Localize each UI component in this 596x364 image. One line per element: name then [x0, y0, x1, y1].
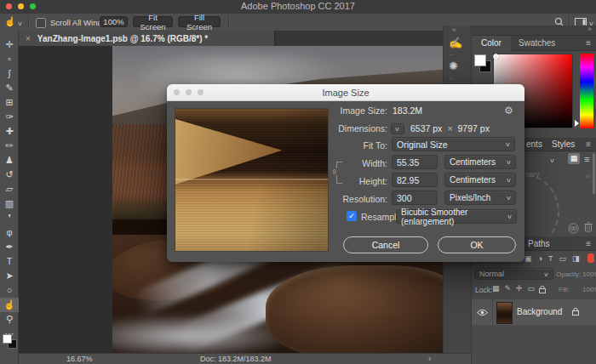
- image-size-label: Image Size:: [324, 104, 387, 118]
- filter-pixel-layers-icon[interactable]: ▣: [524, 254, 532, 263]
- lasso-tool[interactable]: ʃ: [0, 66, 19, 81]
- eyedropper-tool[interactable]: ✑: [0, 110, 19, 124]
- dodge-tool[interactable]: φ: [0, 225, 19, 240]
- scroll-all-windows-checkbox[interactable]: [36, 18, 46, 28]
- grid-view-button[interactable]: ▦: [568, 153, 580, 164]
- filter-shape-layers-icon[interactable]: ▭: [559, 254, 566, 263]
- panel-menu-icon[interactable]: ≡: [586, 236, 591, 251]
- blur-tool[interactable]: ❜: [0, 211, 19, 225]
- resample-dropdown[interactable]: Bicubic Smoother (enlargement) ∨: [396, 209, 517, 224]
- hue-strip[interactable]: [580, 54, 593, 128]
- zoom-level[interactable]: 16.67%: [66, 355, 93, 363]
- layer-thumbnail[interactable]: [496, 302, 513, 324]
- fit-to-dropdown[interactable]: Original Size ∨: [392, 137, 515, 151]
- gradient-tool[interactable]: ▥: [0, 196, 19, 211]
- opacity-value[interactable]: 100%: [582, 270, 596, 278]
- panel-drag-handle[interactable]: ┈: [450, 51, 454, 59]
- layer-name[interactable]: Background: [517, 307, 562, 316]
- dropdown-chevron-icon[interactable]: ∨: [549, 157, 555, 163]
- tab-styles[interactable]: Styles: [552, 138, 575, 151]
- quick-selection-tool[interactable]: ✎: [0, 81, 19, 95]
- eraser-tool[interactable]: ▱: [0, 182, 19, 196]
- lock-move-icon[interactable]: ✛: [516, 284, 523, 293]
- lock-all-icon[interactable]: [539, 286, 546, 293]
- resolution-input[interactable]: 300: [392, 191, 438, 205]
- filter-smart-objects-icon[interactable]: ◨: [572, 254, 580, 263]
- resolution-unit-dropdown[interactable]: Pixels/Inch ∨: [444, 191, 516, 205]
- link-style-icon[interactable]: [568, 223, 579, 234]
- tab-swatches[interactable]: Swatches: [519, 36, 555, 51]
- dimensions-label: Dimensions:: [324, 122, 387, 136]
- dimensions-unit-dropdown[interactable]: ∨: [391, 123, 404, 134]
- path-selection-tool[interactable]: ➤: [0, 269, 19, 283]
- lock-artboard-icon[interactable]: ▭: [528, 284, 536, 293]
- zoom-100-button[interactable]: 100%: [100, 16, 128, 27]
- crop-tool[interactable]: ⊞: [0, 95, 19, 110]
- fit-screen-button[interactable]: Fit Screen: [133, 16, 173, 27]
- document-tab[interactable]: × YanZhang-Image1.psb @ 16.7% (RGB/8*) *: [19, 31, 275, 46]
- height-input[interactable]: 82.95: [392, 173, 438, 187]
- tab-close-icon[interactable]: ×: [26, 34, 31, 43]
- history-brush-tool[interactable]: ↺: [0, 168, 19, 182]
- panel-foreground-swatch[interactable]: [474, 54, 486, 66]
- chevron-down-icon: ∨: [505, 141, 511, 147]
- panel-drag-handle[interactable]: ┈: [450, 75, 454, 82]
- height-unit-dropdown[interactable]: Centimeters ∨: [444, 173, 516, 187]
- healing-brush-tool[interactable]: ✚: [0, 124, 19, 139]
- zoom-tool[interactable]: ⚲: [0, 312, 19, 327]
- layer-visibility-eye-icon[interactable]: [477, 309, 488, 316]
- width-input[interactable]: 55.35: [392, 155, 438, 169]
- panel-menu-icon[interactable]: ≡: [586, 138, 591, 151]
- filter-adjustment-layers-icon[interactable]: ◑: [538, 254, 542, 263]
- photo-waterfall-pool: [112, 315, 291, 353]
- fill-value[interactable]: 100%: [582, 286, 596, 293]
- delete-style-icon[interactable]: [584, 222, 593, 232]
- panel-scrollbar[interactable]: [593, 153, 595, 194]
- list-view-button[interactable]: ≡: [584, 153, 589, 166]
- image-size-dialog: Image Size Image Size: 183.2M ⚙ Dimensio…: [167, 84, 524, 262]
- tab-partially-hidden[interactable]: ents: [526, 138, 542, 151]
- status-chevron-icon[interactable]: ›: [428, 354, 431, 363]
- filter-toggle[interactable]: [587, 253, 594, 263]
- ellipse-tool[interactable]: ○: [0, 283, 19, 298]
- collapse-dock-icon[interactable]: «: [452, 26, 456, 34]
- clone-stamp-tool[interactable]: ♟: [0, 153, 19, 168]
- hand-tool-icon[interactable]: ☝: [4, 16, 16, 27]
- tool-preset-chevron-icon[interactable]: ∨: [17, 20, 23, 26]
- foreground-color-swatch[interactable]: [3, 334, 12, 344]
- layer-row-background[interactable]: Background: [472, 299, 596, 325]
- fit-to-value: Original Size: [397, 139, 448, 150]
- marquee-tool[interactable]: ▫: [0, 52, 19, 66]
- height-value: 82.95: [397, 175, 419, 185]
- ok-button[interactable]: OK: [438, 236, 516, 253]
- blend-mode-dropdown[interactable]: Normal ∨: [474, 268, 553, 280]
- resample-checkbox[interactable]: ✓: [347, 211, 357, 221]
- library-chevron-icon[interactable]: ∨: [585, 173, 591, 179]
- cancel-button[interactable]: Cancel: [343, 236, 428, 253]
- color-panel-tabs: Color Swatches ≡: [472, 36, 596, 51]
- lock-transparency-icon[interactable]: ▦: [492, 284, 500, 293]
- dimensions-height: 9797 px: [458, 122, 490, 136]
- history-panel-icon[interactable]: ✍: [449, 37, 462, 49]
- hand-tool[interactable]: ☝: [0, 298, 19, 312]
- pen-tool[interactable]: ✒: [0, 240, 19, 254]
- hue-marker-icon[interactable]: [575, 120, 579, 127]
- dialog-preview-image[interactable]: [175, 108, 329, 252]
- preview-grass-bank: [175, 119, 282, 185]
- chevron-down-icon: ∨: [507, 213, 513, 219]
- dialog-gear-icon[interactable]: ⚙: [504, 105, 513, 117]
- resample-value: Bicubic Smoother (enlargement): [401, 208, 507, 226]
- type-tool[interactable]: T: [0, 254, 19, 269]
- brush-tool[interactable]: ✏: [0, 139, 19, 153]
- collapse-dock-icon[interactable]: »: [587, 25, 592, 33]
- lock-paint-icon[interactable]: ✎: [505, 284, 512, 293]
- tab-paths[interactable]: Paths: [528, 236, 550, 251]
- width-unit-dropdown[interactable]: Centimeters ∨: [444, 155, 516, 169]
- saturation-picker-marker[interactable]: [493, 54, 499, 60]
- filter-type-layers-icon[interactable]: T: [548, 254, 553, 263]
- move-tool[interactable]: ✛: [0, 37, 19, 52]
- tab-color[interactable]: Color: [472, 36, 511, 51]
- adjustments-panel-icon[interactable]: ✺: [449, 60, 458, 72]
- panel-menu-icon[interactable]: ≡: [586, 36, 591, 51]
- fill-screen-button[interactable]: Fill Screen: [178, 16, 221, 27]
